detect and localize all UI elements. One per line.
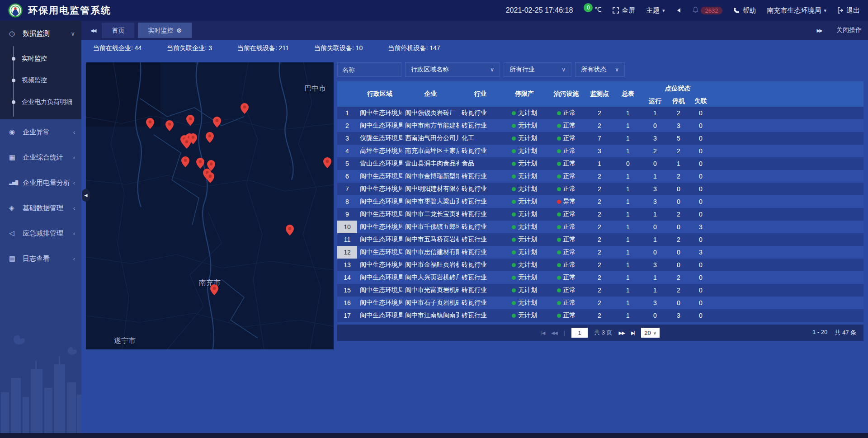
tab-realtime-monitor[interactable]: 实时监控 ⊗ [138, 23, 192, 38]
first-page-icon[interactable]: |◀ [541, 330, 545, 335]
cell-limit-status: 无计划 [502, 119, 547, 132]
map-collapse-handle[interactable]: ◀ [82, 189, 90, 202]
sidebar-subitem[interactable]: 实时监控 [0, 48, 81, 70]
sidebar-item[interactable]: ▤日志查看‹ [0, 246, 81, 271]
industry-filter-select[interactable]: 所有行业 ∨ [504, 62, 571, 77]
cell-facility-status: 正常 [547, 259, 585, 271]
table-row[interactable]: 9阆中生态环境局阆中市二龙长宝页岩砖砖瓦行业无计划正常21120 [337, 208, 863, 221]
map-pin[interactable] [286, 225, 294, 235]
chevron-left-icon: ‹ [73, 129, 75, 136]
name-filter-input[interactable] [337, 62, 401, 77]
cell-industry: 砖瓦行业 [459, 297, 502, 309]
cell-company: 阆中市二龙长宝页岩砖 [402, 208, 459, 221]
status-filter-select[interactable]: 所有状态 ∨ [575, 62, 625, 77]
tab-close-icon[interactable]: ⊗ [176, 23, 182, 38]
cell-limit-status: 无计划 [502, 271, 547, 284]
table-row[interactable]: 3仪陇生态环境局西南油气田分公司川中化工无计划正常71350 [337, 132, 863, 145]
map-pin[interactable] [323, 157, 331, 168]
pagination-bar: |◀ ◀◀ | 共 3 页 ▶▶ ▶| 20 ∨ [337, 325, 863, 341]
map-pin[interactable] [146, 118, 154, 129]
theme-dropdown[interactable]: 主题▾ [646, 6, 665, 15]
col-filler [712, 81, 863, 107]
fullscreen-button[interactable]: 全屏 [613, 6, 635, 15]
cell-run-count: 3 [642, 259, 668, 271]
table-row[interactable]: 4高坪生态环境局南充市高坪区王家店建砖瓦行业无计划正常31220 [337, 145, 863, 157]
map-pin[interactable] [196, 158, 204, 169]
cell-run-count: 1 [642, 170, 668, 183]
map-pin[interactable] [183, 138, 191, 149]
last-page-icon[interactable]: ▶| [631, 330, 635, 335]
page-input[interactable] [571, 328, 588, 338]
table-row[interactable]: 14阆中生态环境局阆中大兴页岩机砖厂砖瓦行业无计划正常21120 [337, 271, 863, 284]
next-page-icon[interactable]: ▶▶ [619, 330, 625, 335]
cell-monitor-count: 2 [585, 170, 613, 183]
table-row[interactable]: 10阆中生态环境局阆中市千佛镇五郎垭页岩砖瓦行业无计划正常21003 [337, 221, 863, 233]
exit-button[interactable]: 退出 [837, 6, 860, 15]
map-pin[interactable] [210, 284, 218, 295]
sidebar-item[interactable]: ◉企业异常‹ [0, 119, 81, 145]
sidebar-item[interactable]: ▦企业综合统计‹ [0, 145, 81, 170]
bullet-icon [12, 57, 15, 61]
cell-stop-count: 2 [668, 271, 689, 284]
map-pin[interactable] [181, 156, 189, 167]
table-row[interactable]: 13阆中生态环境局阆中市金福旺页岩机砖砖瓦行业无计划正常21300 [337, 259, 863, 271]
map[interactable]: 巴中市南充市遂宁市 ◀ [86, 62, 334, 349]
map-pin[interactable] [241, 103, 249, 114]
cell-stop-count: 0 [668, 297, 689, 309]
table-row[interactable]: 16阆中生态环境局阆中市石子页岩机砖厂砖瓦行业无计划正常21300 [337, 297, 863, 309]
cell-company: 营山县润丰肉食品有限 [402, 157, 459, 170]
col-run: 运行 [642, 96, 668, 107]
cell-meter-count: 1 [613, 221, 642, 233]
sidebar-item[interactable]: ▂▅█企业用电量分析‹ [0, 170, 81, 195]
map-pin[interactable] [213, 117, 221, 127]
tab-scroll-right-icon[interactable]: ▶▶ [814, 28, 825, 33]
sidebar-group: ◁应急减排管理‹ [0, 221, 81, 246]
ok-dot-icon [557, 301, 561, 305]
close-operations-button[interactable]: 关闭操作 [836, 26, 862, 34]
cell-company: 阆中强锐页岩砖厂 [402, 107, 459, 119]
help-button[interactable]: 帮助 [733, 6, 756, 15]
sidebar-item[interactable]: ◷数据监测∨ [0, 21, 81, 46]
table-row[interactable]: 8阆中生态环境局阆中市枣碧大梁山页岩砖瓦行业无计划异常21300 [337, 195, 863, 208]
sidebar-subitem[interactable]: 企业电力负荷明细 [0, 91, 81, 113]
table-row[interactable]: 5营山生态环境局营山县润丰肉食品有限食品无计划正常10010 [337, 157, 863, 170]
fullscreen-icon [613, 7, 619, 14]
table-row[interactable]: 2阆中生态环境局阆中市南方节能建材有砖瓦行业无计划正常21030 [337, 119, 863, 132]
table-row[interactable]: 17阆中生态环境局阆中市江南镇阆南页岩砖瓦行业无计划正常21030 [337, 309, 863, 322]
row-index: 9 [337, 208, 357, 221]
sidebar-item[interactable]: ◁应急减排管理‹ [0, 221, 81, 246]
table-row[interactable]: 7阆中生态环境局阆中明阳建材有限公司砖瓦行业无计划正常21300 [337, 183, 863, 195]
voice-mute-icon[interactable] [676, 8, 681, 13]
table-row[interactable]: 15阆中生态环境局阆中市光富页岩机砖厂砖瓦行业无计划正常21120 [337, 284, 863, 297]
cell-facility-status: 正常 [547, 145, 585, 157]
org-dropdown[interactable]: 南充市生态环境局▾ [767, 6, 826, 15]
total-count-label: 共 47 条 [835, 329, 856, 337]
ok-dot-icon [557, 250, 561, 254]
cell-region: 阆中生态环境局 [357, 309, 402, 322]
cell-run-count: 0 [642, 157, 668, 170]
notifications-button[interactable]: 2632 [692, 6, 723, 14]
table-row[interactable]: 11阆中生态环境局阆中市五马桥页岩机砖砖瓦行业无计划正常21120 [337, 233, 863, 246]
cell-company: 阆中市金福旺页岩机砖 [402, 259, 459, 271]
map-pin[interactable] [206, 132, 214, 143]
map-pin[interactable] [165, 120, 174, 131]
cell-run-count: 1 [642, 208, 668, 221]
cell-filler [712, 309, 863, 322]
sidebar-subitem[interactable]: 视频监控 [0, 70, 81, 91]
cell-meter-count: 1 [613, 107, 642, 119]
page-size-select[interactable]: 20 ∨ [641, 328, 660, 338]
table-row[interactable]: 1阆中生态环境局阆中强锐页岩砖厂砖瓦行业无计划正常21120 [337, 107, 863, 119]
sidebar-item[interactable]: ◈基础数据管理‹ [0, 195, 81, 221]
table-row[interactable]: 12阆中生态环境局阆中市忠信建材有限公砖瓦行业无计划正常21003 [337, 246, 863, 259]
cell-run-count: 1 [642, 284, 668, 297]
map-pin[interactable] [206, 172, 214, 183]
map-pin[interactable] [186, 115, 194, 126]
tab-home[interactable]: 首页 [102, 23, 134, 38]
region-filter-select[interactable]: 行政区域名称 ∨ [405, 62, 500, 77]
sidebar-submenu: 实时监控视频监控企业电力负荷明细 [0, 46, 81, 119]
tab-scroll-left-icon[interactable]: ◀◀ [88, 28, 98, 33]
prev-page-icon[interactable]: ◀◀ [551, 330, 557, 335]
table-row[interactable]: 6阆中生态环境局阆中市金博瑞新型墙材砖瓦行业无计划正常21120 [337, 170, 863, 183]
row-index: 12 [337, 246, 357, 259]
content-area: 当前在线企业: 44当前失联企业: 3当前在线设备: 211当前失联设备: 10… [81, 40, 868, 433]
